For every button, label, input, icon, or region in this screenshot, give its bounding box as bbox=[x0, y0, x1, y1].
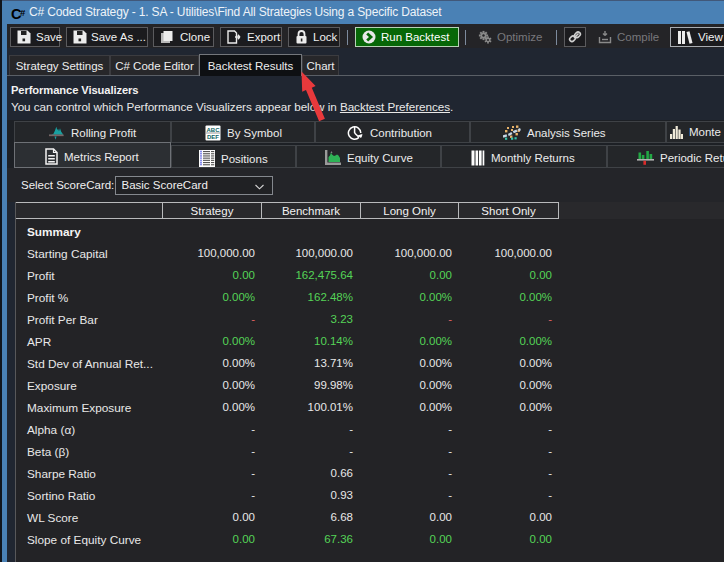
svg-text:ABC: ABC bbox=[207, 127, 221, 133]
svg-text:DEF: DEF bbox=[207, 134, 219, 140]
